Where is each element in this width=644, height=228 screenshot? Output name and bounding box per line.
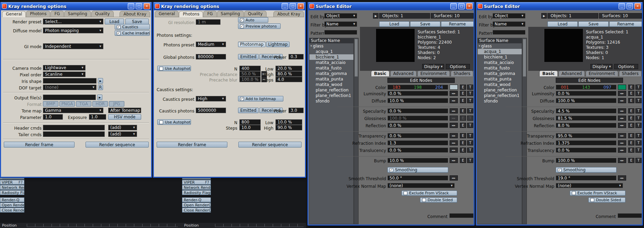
high-field[interactable]: 80.0 %	[275, 71, 302, 77]
format-option-button[interactable]: PNGA	[59, 101, 75, 107]
close-button[interactable]: ✕	[634, 3, 641, 9]
minimize-button[interactable]: —	[128, 3, 134, 9]
render-sequence-button[interactable]: Render sequence	[238, 142, 302, 148]
property-value-field[interactable]: 0.0 %	[387, 91, 448, 96]
close-button[interactable]: ✕	[297, 3, 304, 9]
diffuse-model-dropdown[interactable]: Photon mapping▼	[43, 28, 103, 33]
envelope-button[interactable]: E	[460, 91, 466, 96]
property-value-field[interactable]: 100.0 %	[387, 116, 448, 121]
exclude-vstack-button[interactable]: Exclude From VStack	[570, 191, 625, 196]
edit-nodes-button[interactable]: Edit Nodes	[387, 78, 455, 83]
texture-button[interactable]: T	[635, 98, 642, 103]
options-button[interactable]: Options	[614, 64, 638, 69]
surface-list-item[interactable]: matita_fusto	[478, 65, 522, 71]
scrollbar-thumb[interactable]	[354, 39, 358, 77]
envelope-button[interactable]: E	[628, 116, 634, 121]
envelope-button[interactable]: E	[628, 133, 634, 138]
property-value-field[interactable]: 0.0 %	[387, 133, 448, 138]
filter-by-dropdown[interactable]: Name▼	[324, 21, 357, 27]
add-to-lightmap-checkbox[interactable]: ✓Add to lightmap	[238, 96, 283, 101]
iris-shape-expand-button[interactable]: ▸	[98, 78, 103, 84]
tailer-cmds-field[interactable]	[43, 131, 105, 137]
save-button[interactable]: Save	[410, 21, 440, 27]
after-tonemap-dropdown[interactable]: After Tonemap▼	[108, 108, 141, 113]
emitted-button[interactable]: Emitted	[238, 108, 259, 113]
envelope-button[interactable]: E	[460, 140, 466, 145]
toolbar-button[interactable]: Render-Q	[182, 197, 211, 202]
tab[interactable]: Photons	[26, 11, 50, 17]
mini-slider-icon[interactable]: ◄►	[618, 175, 626, 181]
caustics-photons-field[interactable]: 5000000	[196, 108, 226, 113]
edit-by-dropdown[interactable]: Object▼	[324, 13, 357, 19]
toolbar-button[interactable]: Close RenderQ	[0, 208, 24, 213]
envelope-button[interactable]: E	[460, 148, 466, 153]
surface-list-item[interactable]: matita_gomma	[309, 71, 353, 76]
tab[interactable]: Environment	[417, 70, 450, 76]
rename-button[interactable]: Rename	[609, 21, 642, 27]
tab[interactable]: Sampling	[64, 11, 91, 17]
output-files-expand-button[interactable]: ▸	[97, 95, 102, 100]
lightmap-button[interactable]: Lightmap	[266, 42, 290, 47]
envelope-button[interactable]: E	[460, 98, 466, 103]
surface-list-item[interactable]: bicchiere_1	[478, 54, 522, 60]
tab[interactable]: Shaders	[451, 70, 474, 76]
dof-target-dropdown[interactable]: (none)▼	[43, 85, 97, 90]
save-button[interactable]: Save	[125, 19, 149, 24]
mini-slider-icon[interactable]: ◄►	[450, 133, 458, 138]
surface-preview[interactable]	[376, 29, 415, 62]
comment-field[interactable]	[618, 213, 642, 218]
dof-r-button[interactable]: R	[98, 85, 103, 90]
presets-arrow-button[interactable]: ▶	[541, 13, 547, 19]
smooth-threshold-field[interactable]: 50.0 °	[387, 175, 448, 181]
load-button[interactable]: Load	[105, 19, 124, 24]
surface-group-row[interactable]: ▾glass	[309, 43, 353, 49]
vertex-normal-map-dropdown[interactable]: (none)▼	[387, 183, 455, 188]
edit-nodes-button[interactable]: Edit Nodes	[556, 78, 623, 83]
edit-by-dropdown[interactable]: Object▼	[493, 13, 526, 19]
timeline-ruler[interactable]	[215, 224, 304, 227]
scrollbar-thumb[interactable]	[523, 39, 526, 77]
tab[interactable]: Quality	[244, 11, 267, 17]
tab-about-kray[interactable]: About Kray	[273, 11, 304, 17]
color-swatch[interactable]	[450, 85, 458, 90]
texture-button[interactable]: T	[467, 140, 473, 145]
mini-slider-icon[interactable]: ◄►	[618, 140, 626, 145]
save-button[interactable]: Save	[578, 21, 609, 27]
exclude-vstack-button[interactable]: Exclude From VStack	[402, 191, 457, 196]
steps-field[interactable]: 4.0	[275, 77, 302, 82]
toolbar-button[interactable]: VIPER F7	[0, 180, 24, 185]
envelope-button[interactable]: E	[628, 140, 634, 145]
surface-list-item[interactable]: matita_fusto	[309, 65, 353, 71]
maximize-button[interactable]: □	[290, 3, 296, 9]
surface-list-item[interactable]: matita_gomma	[478, 71, 522, 76]
texture-button[interactable]: T	[467, 133, 473, 138]
render-frame-button[interactable]: Render frame	[157, 142, 227, 148]
texture-button[interactable]: T	[467, 148, 473, 153]
texture-button[interactable]: T	[635, 158, 642, 163]
tailer-add-dropdown[interactable]: (add)▼	[108, 131, 137, 137]
maximize-button[interactable]: □	[458, 3, 465, 9]
surface-list-item[interactable]: acqua_1	[309, 49, 353, 54]
smooth-threshold-field[interactable]: 19.0 °	[556, 175, 617, 181]
envelope-button[interactable]: E	[460, 123, 466, 128]
toolbar-button-partial[interactable]	[182, 178, 211, 180]
tab[interactable]: Advanced	[558, 70, 585, 76]
tab[interactable]: General	[155, 11, 179, 17]
color-field[interactable]: 183198204	[387, 85, 448, 90]
mini-slider-icon[interactable]: ◄►	[450, 158, 458, 163]
mini-slider-icon[interactable]: ◄►	[450, 140, 458, 145]
tab[interactable]: FG	[50, 11, 64, 17]
smoothing-checkbox[interactable]: ✓Smoothing	[387, 167, 448, 173]
texture-button[interactable]: T	[635, 91, 642, 96]
emitted-button[interactable]: Emitted	[238, 54, 259, 59]
use-autophotons-checkbox[interactable]: Use Autophotons	[157, 66, 191, 71]
titlebar[interactable]: Surface Editor — □ ✕	[477, 2, 642, 10]
texture-button[interactable]: T	[635, 116, 642, 121]
exposure-field[interactable]: 1.0	[89, 114, 106, 120]
presets-arrow-button[interactable]: ▶	[373, 13, 379, 19]
parameter-field[interactable]: 1.0	[43, 114, 63, 120]
mini-slider-icon[interactable]: ◄►	[618, 116, 626, 121]
render-preset-dropdown[interactable]: Select...▼	[43, 19, 103, 24]
texture-button[interactable]: T	[467, 123, 473, 128]
texture-button[interactable]: T	[467, 85, 473, 90]
